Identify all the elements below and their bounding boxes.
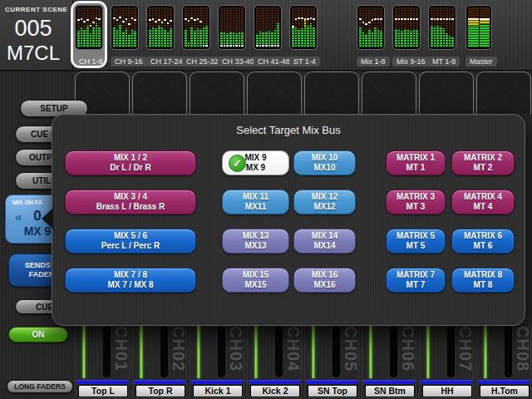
mix-bus-button-matrix-4[interactable]: MATRIX 4MT 4 bbox=[451, 190, 515, 214]
meter-level bbox=[200, 29, 202, 47]
fader-position-mark bbox=[372, 19, 374, 21]
nav-block-st-1-4[interactable]: ST 1-4 bbox=[288, 3, 319, 66]
mix-bus-custom-label: MX16 bbox=[313, 280, 335, 291]
nav-block-label-text: Master bbox=[466, 57, 497, 66]
nav-block-ch-33-40[interactable]: CH 33-40 bbox=[216, 3, 248, 66]
nav-block-ch-17-24[interactable]: CH 17-24 bbox=[145, 3, 176, 66]
fader-strip-ch05: CH05SN Top bbox=[304, 326, 359, 399]
nav-block-master[interactable]: Master bbox=[464, 3, 494, 66]
nav-block-ch-1-8[interactable]: CH 1-8 bbox=[73, 3, 105, 66]
mix-bus-custom-label: MX10 bbox=[313, 163, 335, 174]
mix-bus-button-matrix-3[interactable]: MATRIX 3MT 3 bbox=[386, 190, 446, 214]
mix-bus-custom-label: MT 7 bbox=[406, 280, 426, 291]
mix-bus-button-matrix-6[interactable]: MATRIX 6MT 6 bbox=[451, 229, 515, 254]
channel-name-label[interactable]: HH bbox=[422, 385, 472, 397]
channel-color-bar bbox=[363, 380, 415, 384]
meter-bar bbox=[395, 7, 397, 47]
channel-name-label[interactable]: Top R bbox=[135, 385, 185, 397]
channel-name-label[interactable]: SN Top bbox=[308, 385, 357, 397]
channel-name-label[interactable]: Top L bbox=[78, 385, 128, 397]
meter-level bbox=[86, 26, 89, 47]
mix-bus-button-matrix-5[interactable]: MATRIX 5MT 5 bbox=[386, 229, 446, 254]
meter-level bbox=[434, 27, 436, 47]
channel-meter bbox=[312, 326, 315, 378]
mix-bus-button-mix-11[interactable]: MIX 11MX11 bbox=[222, 190, 289, 214]
fader-position-mark bbox=[194, 19, 196, 21]
mix-bus-button-mix-9[interactable]: ✓MIX 9MX 9 bbox=[222, 150, 289, 175]
meter-bar bbox=[113, 7, 116, 47]
channel-number-label: CH05 bbox=[344, 326, 357, 379]
mix-bus-button-mix-15[interactable]: MIX 15MX15 bbox=[222, 268, 289, 293]
nav-block-mt-1-8[interactable]: MT 1-8 bbox=[426, 3, 458, 66]
scene-panel: CURRENT SCENE 005 M7CL bbox=[0, 0, 73, 70]
mix-bus-button-mix-16[interactable]: MIX 16MX16 bbox=[293, 268, 356, 293]
long-faders-button[interactable]: LONG FADERS bbox=[7, 380, 73, 393]
on-button[interactable]: ON bbox=[8, 327, 68, 342]
meter-bar bbox=[83, 7, 86, 47]
channel-number-label: CH06 bbox=[401, 326, 415, 379]
fader-position-mark bbox=[407, 18, 410, 20]
mix-bus-custom-label: Perc L / Perc R bbox=[101, 241, 160, 252]
meter-bar bbox=[404, 7, 406, 47]
nav-block-mix-1-8[interactable]: Mix 1-8 bbox=[355, 3, 387, 66]
mix-bus-button-mix-7-8[interactable]: MIX 7 / 8MX 7 / MX 8 bbox=[65, 268, 196, 293]
meter-bar bbox=[77, 7, 80, 47]
fader-slot[interactable] bbox=[505, 326, 512, 377]
mix-bus-custom-label: MX12 bbox=[313, 202, 335, 213]
meter-bar bbox=[233, 7, 235, 47]
nav-block-label-text: Mix 1-8 bbox=[357, 57, 390, 66]
mix-bus-name: MATRIX 1 bbox=[397, 153, 435, 164]
meter-bar bbox=[298, 7, 300, 47]
meter-level bbox=[128, 34, 131, 47]
nav-block-mix-9-16[interactable]: Mix 9-16 bbox=[391, 3, 422, 66]
meter-bar bbox=[170, 7, 172, 47]
fader-position-mark bbox=[301, 17, 303, 19]
mix-bus-button-mix-12[interactable]: MIX 12MX12 bbox=[293, 190, 356, 214]
channel-number-label: CH01 bbox=[115, 326, 128, 379]
meter-bar bbox=[200, 7, 202, 47]
nav-block-ch-25-32[interactable]: CH 25-32 bbox=[180, 3, 212, 66]
meter-level bbox=[149, 30, 151, 47]
fader-slot[interactable] bbox=[332, 326, 340, 377]
channel-name-label[interactable]: H.Tom bbox=[480, 385, 530, 397]
mix-bus-button-matrix-7[interactable]: MATRIX 7MT 7 bbox=[386, 268, 446, 293]
fader-slot[interactable] bbox=[218, 326, 225, 377]
fader-strip-ch08: CH08H.Tom bbox=[476, 326, 531, 399]
fader-slot[interactable] bbox=[160, 326, 168, 377]
fader-slot[interactable] bbox=[103, 326, 111, 377]
fader-position-mark bbox=[268, 45, 271, 47]
meter-bar bbox=[468, 7, 479, 47]
meter-bar bbox=[226, 7, 229, 47]
channel-name-label[interactable]: Kick 2 bbox=[250, 385, 300, 397]
mix-bus-button-mix-14[interactable]: MIX 14MX14 bbox=[293, 229, 356, 254]
nav-block-ch-41-48[interactable]: CH 41-48 bbox=[252, 3, 283, 66]
mix-bus-button-mix-1-2[interactable]: MIX 1 / 2Dr L / Dr R bbox=[65, 150, 196, 175]
meter-level bbox=[436, 26, 439, 47]
channel-name-label[interactable]: SN Btm bbox=[365, 385, 415, 397]
meter-display bbox=[392, 5, 421, 50]
sends-on-faders-line2: FADER bbox=[29, 270, 55, 279]
fader-slot[interactable] bbox=[447, 326, 455, 377]
fader-slot[interactable] bbox=[275, 326, 283, 377]
meter-bar bbox=[380, 7, 382, 47]
mix-bus-button-matrix-2[interactable]: MATRIX 2MT 2 bbox=[451, 150, 515, 175]
dialog-pointer-arrow bbox=[42, 208, 53, 229]
meter-bar bbox=[229, 7, 232, 47]
mix-bus-button-mix-3-4[interactable]: MIX 3 / 4Brass L / Brass R bbox=[65, 190, 196, 214]
channel-name-label[interactable]: Kick 1 bbox=[193, 385, 243, 397]
nav-block-label-text: Mix 9-16 bbox=[392, 57, 430, 66]
meter-level bbox=[443, 28, 446, 47]
mix-bus-button-matrix-1[interactable]: MATRIX 1MT 1 bbox=[386, 150, 446, 175]
mix-bus-button-matrix-8[interactable]: MATRIX 8MT 8 bbox=[451, 268, 515, 293]
meter-bar bbox=[220, 7, 223, 47]
meter-bar bbox=[259, 7, 262, 47]
fader-slot[interactable] bbox=[390, 326, 397, 377]
meter-bar bbox=[122, 7, 125, 47]
mix-bus-button-mix-13[interactable]: MIX 13MX13 bbox=[222, 229, 289, 254]
fader-position-mark bbox=[368, 22, 371, 23]
mix-bus-button-mix-10[interactable]: MIX 10MX10 bbox=[293, 150, 356, 175]
fader-position-mark bbox=[220, 45, 223, 47]
nav-block-ch-9-16[interactable]: CH 9-16 bbox=[109, 3, 140, 66]
mix-bus-custom-label: MX13 bbox=[244, 241, 266, 252]
mix-bus-button-mix-5-6[interactable]: MIX 5 / 6Perc L / Perc R bbox=[65, 229, 196, 254]
